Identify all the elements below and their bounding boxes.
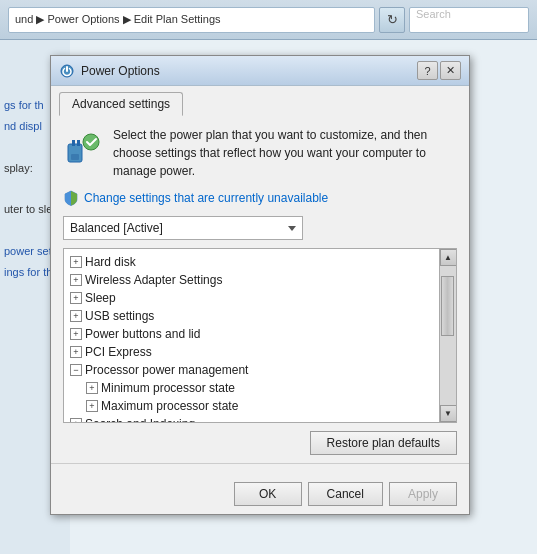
dialog-title-text: Power Options [81,64,160,78]
tree-label-usb: USB settings [85,309,154,323]
expand-icon-wireless[interactable]: + [70,274,82,286]
expand-icon-power-buttons[interactable]: + [70,328,82,340]
tree-label-min-processor: Minimum processor state [101,381,235,395]
tree-item-max-processor[interactable]: + Maximum processor state [66,397,437,415]
scroll-up-button[interactable]: ▲ [440,249,457,266]
tree-item-usb[interactable]: + USB settings [66,307,437,325]
dialog-footer: OK Cancel Apply [51,474,469,514]
scroll-track [440,266,456,405]
breadcrumb-text: und ▶ Power Options ▶ Edit Plan Settings [15,13,221,26]
tree-item-sleep[interactable]: + Sleep [66,289,437,307]
tree-label-processor: Processor power management [85,363,248,377]
svg-rect-2 [72,140,75,146]
description-text: Select the power plan that you want to c… [113,126,457,180]
svg-point-4 [83,134,99,150]
settings-tree: + Hard disk + Wireless Adapter Settings … [63,248,457,423]
help-button[interactable]: ? [417,61,438,80]
power-options-icon [59,63,75,79]
left-label-2: uter to sle [4,199,52,220]
left-panel-links: gs for th nd displ splay: uter to sle po… [4,95,52,283]
topbar: und ▶ Power Options ▶ Edit Plan Settings… [0,0,537,40]
tree-label-power-buttons: Power buttons and lid [85,327,200,341]
refresh-icon: ↻ [387,12,398,27]
settings-icon [63,126,103,166]
apply-button[interactable]: Apply [389,482,457,506]
tree-scrollbar[interactable]: ▲ ▼ [439,249,456,422]
scroll-down-button[interactable]: ▼ [440,405,457,422]
refresh-button[interactable]: ↻ [379,7,405,33]
expand-icon-sleep[interactable]: + [70,292,82,304]
tree-item-search[interactable]: + Search and Indexing [66,415,437,422]
expand-icon-max-processor[interactable]: + [86,400,98,412]
dialog-body: Select the power plan that you want to c… [51,116,469,474]
expand-icon-pci[interactable]: + [70,346,82,358]
tree-item-pci[interactable]: + PCI Express [66,343,437,361]
dialog-title-buttons: ? ✕ [417,61,461,80]
tree-label-sleep: Sleep [85,291,116,305]
dialog-separator [51,463,469,464]
ok-button[interactable]: OK [234,482,302,506]
scroll-thumb[interactable] [441,276,454,336]
expand-icon-min-processor[interactable]: + [86,382,98,394]
tree-item-power-buttons[interactable]: + Power buttons and lid [66,325,437,343]
expand-icon-processor[interactable]: − [70,364,82,376]
left-link-2[interactable]: nd displ [4,116,52,137]
tree-label-search: Search and Indexing [85,417,195,422]
left-label-1: splay: [4,158,52,179]
tree-label-max-processor: Maximum processor state [101,399,238,413]
left-link-3[interactable]: power set [4,241,52,262]
breadcrumb[interactable]: und ▶ Power Options ▶ Edit Plan Settings [8,7,375,33]
tree-item-processor[interactable]: − Processor power management [66,361,437,379]
plan-dropdown[interactable]: Balanced [Active] [63,216,303,240]
power-options-dialog: Power Options ? ✕ Advanced settings Sele… [50,55,470,515]
tree-label-pci: PCI Express [85,345,152,359]
tree-item-hard-disk[interactable]: + Hard disk [66,253,437,271]
tree-item-min-processor[interactable]: + Minimum processor state [66,379,437,397]
plan-dropdown-row: Balanced [Active] [63,216,457,240]
left-link-1[interactable]: gs for th [4,95,52,116]
uac-link[interactable]: Change settings that are currently unava… [63,190,457,206]
plan-dropdown-value: Balanced [Active] [70,221,163,235]
uac-link-text: Change settings that are currently unava… [84,191,328,205]
uac-shield-icon [63,190,79,206]
tab-strip: Advanced settings [51,86,469,116]
restore-defaults-button[interactable]: Restore plan defaults [310,431,457,455]
tab-advanced-settings[interactable]: Advanced settings [59,92,183,116]
dialog-title-left: Power Options [59,63,160,79]
dropdown-arrow-icon [288,226,296,231]
search-placeholder: Search [416,8,451,20]
tree-label-wireless: Wireless Adapter Settings [85,273,222,287]
left-link-4[interactable]: ings for th [4,262,52,283]
svg-rect-3 [77,140,80,146]
restore-row: Restore plan defaults [63,431,457,455]
tree-label-hard-disk: Hard disk [85,255,136,269]
tree-content: + Hard disk + Wireless Adapter Settings … [64,249,439,422]
description-area: Select the power plan that you want to c… [63,126,457,180]
close-button[interactable]: ✕ [440,61,461,80]
expand-icon-search[interactable]: + [70,418,82,422]
svg-rect-5 [71,154,79,160]
search-box[interactable]: Search [409,7,529,33]
expand-icon-usb[interactable]: + [70,310,82,322]
expand-icon-hard-disk[interactable]: + [70,256,82,268]
cancel-button[interactable]: Cancel [308,482,383,506]
tree-item-wireless[interactable]: + Wireless Adapter Settings [66,271,437,289]
dialog-titlebar: Power Options ? ✕ [51,56,469,86]
